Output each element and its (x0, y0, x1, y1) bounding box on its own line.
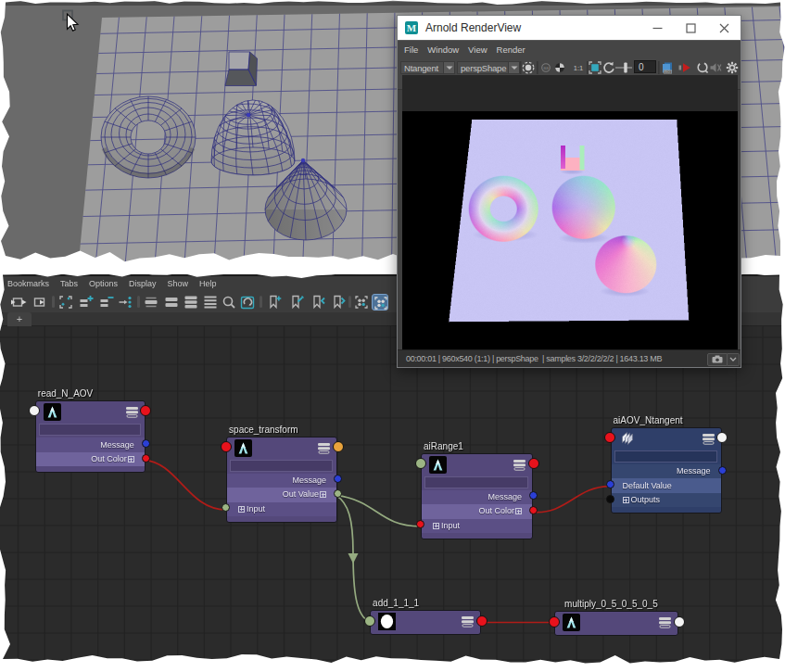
aov-selector[interactable]: Ntangent (400, 61, 455, 74)
maximize-button[interactable] (674, 16, 707, 40)
wire-arrow (348, 553, 359, 564)
render-log-icon[interactable]: LOG (659, 59, 676, 76)
arnold-statusbar: 00:00:01 | 960x540 (1:1) | perspShape | … (398, 349, 741, 367)
node-menu-icon[interactable] (659, 616, 671, 633)
node-attr-row-input[interactable]: Input (227, 502, 336, 517)
attr-label: Message (487, 490, 522, 504)
port-node-left[interactable] (221, 441, 232, 452)
node-preview-swatch (39, 424, 141, 436)
node-swatch-icon (563, 614, 580, 635)
port-node-left[interactable] (604, 432, 615, 443)
node-attr-row-message[interactable]: Message (36, 437, 145, 452)
attr-label: Out Color (91, 452, 127, 466)
graph-node-multiply_0_5_0_5_0_5[interactable]: multiply_0_5_0_5_0_5 (554, 611, 678, 636)
port-node-right[interactable] (528, 458, 539, 469)
expand-icon[interactable] (238, 506, 245, 513)
checker-preview-icon[interactable] (551, 59, 568, 76)
arnold-menu-item-view[interactable]: View (468, 44, 496, 55)
graph-node-space_transform[interactable]: space_transformMessageOut ValueInput (226, 437, 337, 524)
node-type-icon (429, 456, 447, 477)
node-attr-row-outputs[interactable]: Outputs (612, 493, 721, 508)
port-node-right[interactable] (716, 432, 728, 443)
node-title: read_N_AOV (38, 388, 93, 399)
exposure-value-field[interactable]: 0 (634, 60, 656, 73)
graph-node-read_N_AOV[interactable]: read_N_AOVMessageOut Color (35, 400, 146, 473)
camera-icon (712, 355, 723, 363)
attr-label: Message (293, 474, 327, 488)
node-attr-row-out-value[interactable]: Out Value (227, 488, 336, 502)
arnold-renderview-window: M Arnold RenderView FileWindowViewRender… (397, 15, 741, 368)
node-menu-icon[interactable] (318, 442, 330, 459)
port-outputs[interactable] (606, 495, 614, 503)
arnold-menu-item-render[interactable]: Render (497, 44, 535, 55)
window-title: Arnold RenderView (425, 21, 521, 34)
render-canvas-area (402, 75, 738, 350)
node-attr-row-input[interactable]: Input (422, 519, 532, 534)
graph-node-add_1_1_1[interactable]: add_1_1_1 (370, 610, 481, 635)
port-node-left[interactable] (415, 458, 426, 469)
minimize-button[interactable] (640, 16, 674, 40)
node-title: add_1_1_1 (373, 598, 419, 608)
graph-node-aiRange1[interactable]: aiRange1MessageOut ColorInput (421, 453, 533, 540)
arnold-menubar: FileWindowViewRender (398, 40, 741, 57)
rendered-image (402, 111, 738, 350)
render-status-text: 00:00:01 | 960x540 (1:1) | perspShape | … (406, 354, 662, 363)
snapshot-dropdown-button[interactable] (728, 353, 740, 366)
port-node-right[interactable] (476, 615, 487, 627)
node-attr-row-default-value[interactable]: Default Value (612, 478, 721, 493)
port-message[interactable] (142, 439, 150, 448)
expand-icon[interactable] (128, 456, 134, 463)
node-title: space_transform (229, 425, 298, 435)
port-default-value[interactable] (606, 480, 614, 488)
audio-mute-icon[interactable] (707, 59, 724, 76)
chevron-down-icon (729, 357, 737, 361)
port-node-right[interactable] (674, 616, 685, 628)
expand-icon[interactable] (320, 491, 326, 498)
node-menu-icon[interactable] (703, 433, 715, 450)
port-node-right[interactable] (333, 441, 344, 452)
node-menu-icon[interactable] (462, 615, 474, 632)
node-attr-row-message[interactable]: Message (422, 490, 532, 505)
port-out-color[interactable] (529, 506, 538, 514)
port-node-left[interactable] (549, 616, 560, 628)
abort-render-icon[interactable] (677, 59, 693, 76)
snapshot-button[interactable] (707, 353, 728, 366)
node-attr-row-message[interactable]: Message (227, 474, 336, 488)
node-menu-icon[interactable] (126, 406, 138, 423)
expand-icon[interactable] (623, 497, 629, 503)
window-titlebar[interactable]: M Arnold RenderView (398, 16, 741, 40)
arnold-menu-item-file[interactable]: File (398, 44, 427, 55)
svg-text:aa: aa (543, 65, 549, 70)
graph-node-aiAOV_Ntangent[interactable]: aiAOV_NtangentMessageDefault ValueOutput… (611, 427, 722, 514)
port-message[interactable] (718, 466, 727, 475)
node-attr-row-out-color[interactable]: Out Color (422, 504, 532, 519)
expand-icon[interactable] (433, 523, 439, 529)
port-out-value[interactable] (334, 489, 342, 498)
attr-label: Input (441, 519, 460, 533)
expand-icon[interactable] (515, 508, 522, 514)
attr-label: Outputs (631, 493, 661, 507)
node-attr-row-out-color[interactable]: Out Color (36, 452, 145, 467)
node-preview-swatch (424, 476, 528, 488)
port-node-left[interactable] (364, 615, 375, 627)
port-out-color[interactable] (142, 454, 150, 463)
node-type-icon (619, 430, 638, 450)
camera-selector-value: perspShape (457, 61, 508, 74)
screenshot-page: BookmarksTabsOptionsDisplayShowHelp + re… (0, 0, 785, 672)
node-menu-icon[interactable] (513, 459, 525, 475)
wire-read-outcolor-to-space-input (144, 460, 225, 510)
close-icon (719, 23, 729, 33)
attr-label: Default Value (623, 479, 672, 493)
arnold-menu-item-window[interactable]: Window (427, 44, 468, 55)
attr-label: Out Color (478, 504, 514, 518)
exposure-slider-handle[interactable] (617, 59, 634, 76)
node-title: multiply_0_5_0_5_0_5 (564, 599, 658, 609)
camera-selector[interactable]: perspShape (457, 61, 520, 74)
node-title: aiAOV_Ntangent (614, 415, 683, 425)
svg-text:LOG: LOG (664, 70, 671, 74)
node-attr-row-message[interactable]: Message (612, 464, 721, 479)
settings-gear-icon[interactable] (724, 59, 741, 76)
close-button[interactable] (707, 16, 741, 40)
node-preview-swatch (230, 460, 333, 472)
node-preview-swatch (614, 450, 717, 463)
